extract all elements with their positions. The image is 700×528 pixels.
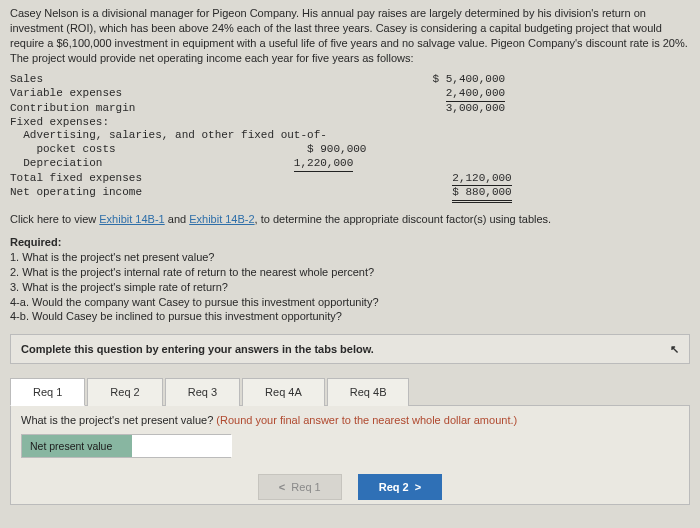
problem-intro: Casey Nelson is a divisional manager for… xyxy=(10,6,690,65)
required-header: Required: xyxy=(10,235,690,250)
required-q4b: 4-b. Would Casey be inclined to pursue t… xyxy=(10,309,690,324)
rounding-hint: (Round your final answer to the nearest … xyxy=(216,414,517,426)
tab-req-2[interactable]: Req 2 xyxy=(87,378,162,406)
panel-question: What is the project's net present value?… xyxy=(21,414,679,426)
nav-row: < Req 1 Req 2 > xyxy=(21,458,679,504)
required-list: Required: 1. What is the project's net p… xyxy=(10,235,690,324)
tab-req-4b[interactable]: Req 4B xyxy=(327,378,410,406)
tab-req-3[interactable]: Req 3 xyxy=(165,378,240,406)
exhibit-links: Click here to view Exhibit 14B-1 and Exh… xyxy=(10,213,690,225)
next-button[interactable]: Req 2 > xyxy=(358,474,443,500)
question-panel: What is the project's net present value?… xyxy=(10,405,690,505)
answer-row: Net present value xyxy=(21,434,231,458)
prev-button[interactable]: < Req 1 xyxy=(258,474,342,500)
exhibit-14b-1-link[interactable]: Exhibit 14B-1 xyxy=(99,213,164,225)
tab-req-1[interactable]: Req 1 xyxy=(10,378,85,406)
npv-input[interactable] xyxy=(132,435,232,457)
income-statement: Sales $ 5,400,000 Variable expenses 2,40… xyxy=(10,73,690,203)
npv-label: Net present value xyxy=(22,435,132,457)
chevron-left-icon: < xyxy=(279,481,285,493)
chevron-right-icon: > xyxy=(415,481,421,493)
tab-req-4a[interactable]: Req 4A xyxy=(242,378,325,406)
required-q2: 2. What is the project's internal rate o… xyxy=(10,265,690,280)
required-q3: 3. What is the project's simple rate of … xyxy=(10,280,690,295)
tab-strip: Req 1 Req 2 Req 3 Req 4A Req 4B xyxy=(10,378,690,406)
required-q1: 1. What is the project's net present val… xyxy=(10,250,690,265)
instruction-banner: Complete this question by entering your … xyxy=(10,334,690,364)
exhibit-14b-2-link[interactable]: Exhibit 14B-2 xyxy=(189,213,254,225)
cursor-icon: ↖ xyxy=(670,343,679,356)
required-q4a: 4-a. Would the company want Casey to pur… xyxy=(10,295,690,310)
